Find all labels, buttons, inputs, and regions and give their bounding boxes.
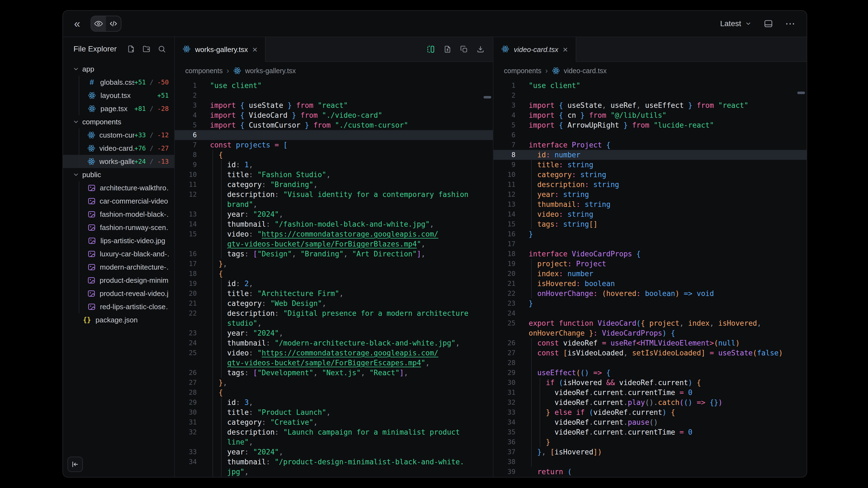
code-line: 2: [175, 91, 493, 100]
tree-item-label: works-galler…: [99, 157, 134, 166]
code-text: {: [197, 388, 223, 397]
code-text: const [isVideoLoaded, setIsVideoLoaded] …: [516, 348, 783, 358]
chevron-down-icon[interactable]: [72, 66, 80, 72]
code-text: year: "2024",: [197, 328, 283, 338]
line-number: 3: [175, 100, 197, 110]
breadcrumb-folder[interactable]: components: [504, 67, 541, 75]
line-number: 34: [493, 417, 516, 427]
tree-item-label: page.tsx: [100, 104, 127, 113]
code-line: 9 title: string: [493, 160, 807, 170]
code-text: }: [516, 229, 533, 239]
react-file-icon: [87, 144, 95, 153]
version-dropdown[interactable]: Latest: [720, 19, 752, 28]
tree-file-architecture-walkthro-[interactable]: architecture-walkthro…: [63, 181, 174, 194]
code-text: [197, 130, 210, 140]
tree-item-label: architecture-walkthro…: [100, 184, 169, 192]
scrollbar-thumb[interactable]: [797, 92, 805, 94]
line-number: 13: [175, 209, 197, 219]
copy-icon[interactable]: [460, 45, 468, 53]
line-number: 32: [175, 427, 197, 437]
tree-file-package.json[interactable]: {}package.json: [63, 313, 174, 327]
code-line: 8 {: [175, 150, 493, 160]
editor-split: works-gallery.tsx×components›works-galle…: [175, 37, 807, 477]
code-line: 11 description: string: [493, 180, 807, 190]
code-text: } else if (videoRef.current) {: [516, 408, 675, 417]
line-number: 27: [493, 348, 516, 358]
code-line: 36 }: [493, 437, 807, 447]
tree-file-layout.tsx[interactable]: layout.tsx+51: [63, 89, 174, 102]
tree-file-modern-architecture-[interactable]: modern-architecture-…: [63, 261, 174, 274]
line-number: 19: [493, 259, 516, 269]
tree-file-page.tsx[interactable]: page.tsx+81 / -28: [63, 102, 174, 115]
image-file-icon: [87, 276, 96, 285]
code-line: 7const projects = [: [175, 140, 493, 150]
panel-layout-icon[interactable]: [764, 19, 773, 28]
code-text: }, [isHovered]): [516, 447, 602, 457]
breadcrumb-file[interactable]: video-card.tsx: [564, 67, 607, 75]
line-number: 4: [175, 110, 197, 120]
code-text: thumbnail: string: [516, 199, 611, 209]
line-number: 22: [493, 289, 516, 298]
line-number: 31: [175, 417, 197, 427]
split-diff-icon[interactable]: [426, 45, 435, 54]
line-number: 1: [493, 80, 516, 91]
line-number: [175, 239, 197, 249]
tree-file-luxury-car-black-and-[interactable]: luxury-car-black-and-…: [63, 247, 174, 261]
line-number: [175, 467, 197, 477]
code-line: brand",: [175, 199, 493, 209]
code-text: import { useState } from "react": [197, 100, 348, 110]
code-text: category: "Creative",: [197, 417, 318, 427]
tab-label: works-gallery.tsx: [195, 45, 248, 54]
code-line: 35 videoRef.current.currentTime = 0: [493, 427, 807, 437]
code-editor[interactable]: 1"use client"23import { useState } from …: [175, 79, 493, 477]
collapse-panel-icon[interactable]: «: [74, 18, 80, 29]
tree-file-red-lips-artistic-close-[interactable]: red-lips-artistic-close…: [63, 300, 174, 313]
tree-file-custom-curs-[interactable]: custom-curs…+33 / -12: [63, 128, 174, 142]
chevron-down-icon[interactable]: [72, 171, 80, 178]
file-plus-minus-icon[interactable]: [443, 45, 452, 53]
code-text: "use client": [197, 80, 262, 91]
code-text: project: Project: [516, 259, 606, 269]
diff-stats: +51 / -50: [134, 79, 169, 86]
new-folder-icon[interactable]: [142, 45, 151, 53]
tree-file-car-commercial-video-[interactable]: car-commercial-video…: [63, 194, 174, 208]
line-number: 11: [175, 180, 197, 190]
line-number: 33: [175, 447, 197, 457]
scrollbar-thumb[interactable]: [484, 96, 491, 98]
more-options-icon[interactable]: ⋯: [785, 18, 796, 29]
line-number: 12: [493, 190, 516, 199]
close-tab-icon[interactable]: ×: [252, 45, 257, 54]
tree-folder-public[interactable]: public: [63, 168, 174, 181]
tree-file-globals.css[interactable]: #globals.css+51 / -50: [63, 76, 174, 89]
breadcrumb-folder[interactable]: components: [185, 67, 223, 75]
code-view-icon[interactable]: [106, 16, 121, 31]
tree-folder-app[interactable]: app: [63, 62, 174, 76]
search-icon[interactable]: [158, 45, 166, 53]
tab-works-gallery.tsx[interactable]: works-gallery.tsx×: [175, 37, 266, 62]
chevron-down-icon[interactable]: [72, 119, 80, 125]
line-number: 14: [493, 209, 516, 219]
tree-file-product-design-minim-[interactable]: product-design-minim…: [63, 274, 174, 287]
tree-file-fashion-model-black-[interactable]: fashion-model-black-…: [63, 208, 174, 221]
line-number: 5: [175, 120, 197, 130]
breadcrumb-file[interactable]: works-gallery.tsx: [245, 67, 296, 75]
tree-file-video-card.tsx[interactable]: video-card.tsx+76 / -27: [63, 142, 174, 155]
css-file-icon: #: [87, 78, 96, 87]
new-file-icon[interactable]: [127, 45, 135, 53]
code-line: 13 thumbnail: string: [493, 199, 807, 209]
tree-folder-components[interactable]: components: [63, 115, 174, 128]
line-number: 16: [175, 249, 197, 259]
tree-file-fashion-runway-scen-[interactable]: fashion-runway-scen…: [63, 221, 174, 234]
tab-video-card.tsx[interactable]: video-card.tsx×: [493, 37, 576, 62]
download-icon[interactable]: [476, 45, 485, 53]
code-line: 22 description: "Digital presence for a …: [175, 308, 493, 318]
tab-actions: [426, 37, 493, 61]
tree-indent-guide: [79, 181, 79, 313]
collapse-sidebar-button[interactable]: [67, 457, 83, 472]
code-editor[interactable]: 1"use client"23import { useState, useRef…: [493, 79, 807, 477]
preview-eye-icon[interactable]: [91, 16, 106, 31]
tree-file-works-galler-[interactable]: works-galler…+24 / -13: [63, 155, 174, 168]
tree-file-lips-artistic-video.jpg[interactable]: lips-artistic-video.jpg: [63, 234, 174, 247]
tree-file-product-reveal-video.j-[interactable]: product-reveal-video.j…: [63, 287, 174, 300]
close-tab-icon[interactable]: ×: [563, 45, 568, 54]
